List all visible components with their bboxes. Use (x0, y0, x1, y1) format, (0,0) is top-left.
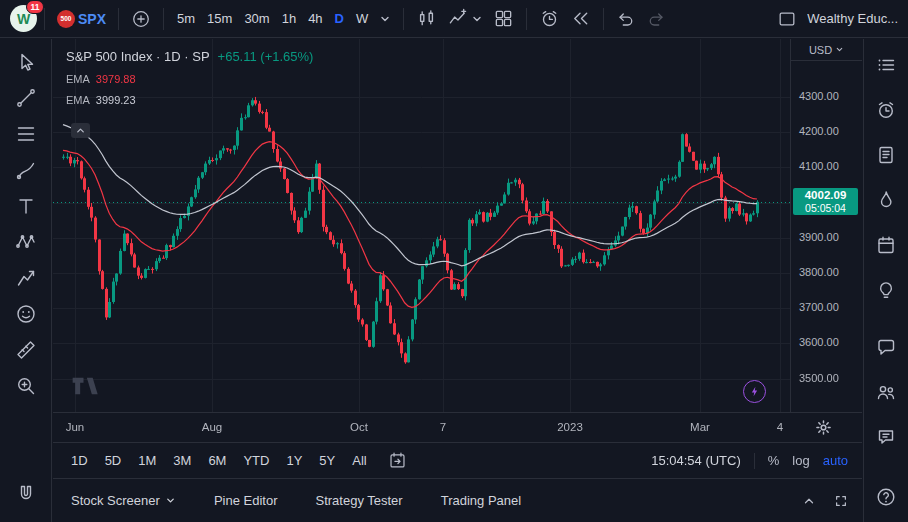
last-price-badge: 4002.09 05:05:04 (793, 188, 858, 215)
emoji-icon (15, 303, 37, 325)
legend-ema-fast-row[interactable]: EMA 3979.88 (66, 73, 313, 85)
tool-forecast[interactable] (7, 260, 45, 296)
tab-pine-editor[interactable]: Pine Editor (214, 493, 278, 508)
timeframe-1w[interactable]: W (350, 6, 374, 32)
range-5y[interactable]: 5Y (319, 453, 335, 468)
hotlists-button[interactable] (868, 181, 904, 219)
range-3m[interactable]: 3M (173, 453, 191, 468)
legend-ema-slow-row[interactable]: EMA 3999.23 (66, 94, 313, 106)
journal-button[interactable] (868, 136, 904, 174)
watchlist-button[interactable] (868, 46, 904, 84)
compare-add-symbol-button[interactable] (126, 5, 156, 33)
currency-selector[interactable]: USD (791, 39, 862, 61)
ideas-button[interactable] (868, 271, 904, 309)
layout-name-label[interactable]: Wealthy Educ... (807, 11, 898, 26)
top-toolbar: W 11 500 SPX 5m 15m 30m 1h 4h D W (0, 0, 908, 38)
auto-scale-button[interactable]: auto (823, 453, 848, 468)
chart-style-button[interactable] (411, 5, 442, 33)
drawing-toolbar (0, 39, 52, 522)
percent-scale-button[interactable]: % (768, 453, 780, 468)
indicators-button[interactable] (442, 5, 488, 33)
redo-button[interactable] (641, 5, 671, 33)
time-axis[interactable]: JunAugOct72023Mar4 (53, 412, 862, 442)
tool-xabcd-pattern[interactable] (7, 224, 45, 260)
range-all[interactable]: All (352, 453, 366, 468)
help-button[interactable] (868, 478, 904, 516)
time-axis-label: Aug (202, 421, 222, 433)
tab-stock-screener[interactable]: Stock Screener (71, 493, 176, 508)
tool-fib-retracement[interactable] (7, 116, 45, 152)
tradingview-logo-icon (71, 375, 101, 397)
app-logo[interactable]: W 11 (10, 5, 37, 32)
range-ytd[interactable]: YTD (243, 453, 269, 468)
lightbulb-icon (875, 279, 897, 301)
tab-trading-panel[interactable]: Trading Panel (441, 493, 521, 508)
divider (403, 8, 404, 30)
divider (163, 8, 164, 30)
chat-button[interactable] (868, 328, 904, 366)
range-5d[interactable]: 5D (105, 453, 122, 468)
range-1m[interactable]: 1M (138, 453, 156, 468)
chevron-up-icon (75, 125, 86, 136)
panel-controls (802, 494, 848, 508)
currency-label: USD (809, 44, 832, 56)
alert-button[interactable] (534, 5, 565, 33)
chevron-down-icon (165, 495, 176, 506)
tab-strategy-tester[interactable]: Strategy Tester (315, 493, 402, 508)
fib-retracement-icon (15, 123, 37, 145)
tool-emoji[interactable] (7, 296, 45, 332)
timeframe-1h[interactable]: 1h (276, 6, 302, 32)
ema-label: EMA (66, 94, 90, 106)
undo-button[interactable] (611, 5, 641, 33)
plus-circle-icon (131, 9, 151, 29)
tool-magnet[interactable] (7, 476, 45, 512)
utc-clock[interactable]: 15:04:54 (UTC) (651, 453, 741, 468)
symbol-button[interactable]: 500 SPX (52, 5, 111, 33)
messages-button[interactable] (868, 418, 904, 456)
alerts-button[interactable] (868, 91, 904, 129)
gear-icon (815, 419, 832, 436)
tool-measure[interactable] (7, 332, 45, 368)
boost-button[interactable] (743, 380, 766, 403)
chevron-down-icon (379, 13, 391, 25)
tool-brush[interactable] (7, 152, 45, 188)
trading-panel-label: Trading Panel (441, 493, 521, 508)
save-layout-button[interactable] (772, 5, 802, 33)
forecast-icon (15, 267, 37, 289)
last-price-value: 4002.09 (793, 189, 858, 202)
range-1y[interactable]: 1Y (286, 453, 302, 468)
timeframe-4h[interactable]: 4h (302, 6, 328, 32)
range-1d[interactable]: 1D (71, 453, 88, 468)
bar-replay-button[interactable] (565, 5, 596, 33)
cursor-icon (15, 51, 37, 73)
legend-symbol-row[interactable]: S&P 500 Index · 1D · SP +65.11 (+1.65%) (66, 49, 313, 64)
tool-zoom-in[interactable] (7, 368, 45, 404)
replay-rewind-icon (570, 8, 591, 29)
tool-text[interactable] (7, 188, 45, 224)
price-axis-label: 3500.00 (799, 372, 839, 384)
watchlist-icon (875, 54, 897, 76)
panel-maximize-button[interactable] (834, 494, 848, 508)
tool-trend-line[interactable] (7, 80, 45, 116)
calendar-button[interactable] (868, 226, 904, 264)
range-6m[interactable]: 6M (208, 453, 226, 468)
grid-layout-icon (493, 8, 514, 29)
symbol-name: SPX (78, 11, 106, 27)
timeframe-30m[interactable]: 30m (238, 6, 275, 32)
legend-collapse-button[interactable] (71, 123, 90, 138)
timeframe-menu-button[interactable] (374, 5, 396, 33)
price-axis[interactable]: USD 3500.003600.003700.003800.003900.004… (790, 39, 862, 412)
timeframe-1d[interactable]: D (329, 6, 350, 32)
tool-cursor[interactable] (7, 44, 45, 80)
undo-arrow-icon (616, 9, 636, 29)
chart-settings-button[interactable] (815, 419, 832, 436)
alarm-clock-icon (539, 8, 560, 29)
community-button[interactable] (868, 373, 904, 411)
timeframe-5m[interactable]: 5m (171, 6, 201, 32)
time-axis-label: Oct (350, 421, 368, 433)
panel-expand-up-button[interactable] (802, 494, 816, 508)
layout-grid-button[interactable] (488, 5, 519, 33)
log-scale-button[interactable]: log (792, 453, 809, 468)
goto-date-button[interactable] (388, 451, 407, 470)
timeframe-15m[interactable]: 15m (201, 6, 238, 32)
